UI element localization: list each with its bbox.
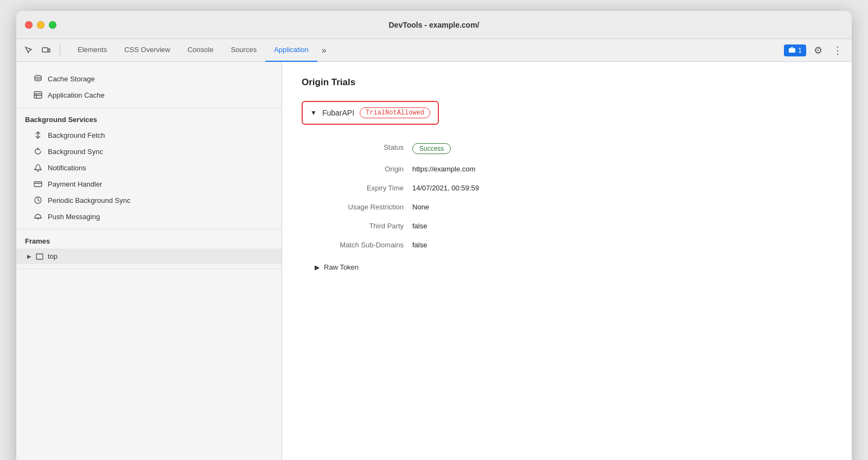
frames-section: Frames ▶ top bbox=[16, 229, 282, 269]
traffic-lights bbox=[25, 21, 56, 29]
minimize-button[interactable] bbox=[37, 21, 44, 29]
svg-rect-9 bbox=[34, 182, 42, 187]
expiry-time-label: Expiry Time bbox=[315, 178, 412, 197]
sidebar-item-top[interactable]: ▶ top bbox=[16, 248, 282, 264]
background-fetch-icon bbox=[34, 131, 42, 139]
svg-point-13 bbox=[37, 219, 39, 220]
match-sub-domains-value: false bbox=[412, 235, 832, 254]
push-messaging-icon bbox=[34, 212, 42, 221]
tab-sources[interactable]: Sources bbox=[222, 39, 265, 62]
cache-storage-icon bbox=[34, 74, 42, 83]
periodic-background-sync-label: Periodic Background Sync bbox=[48, 196, 130, 205]
storage-section: Cache Storage Application Cache bbox=[16, 66, 282, 108]
sidebar-item-payment-handler[interactable]: Payment Handler bbox=[16, 176, 282, 192]
notifications-icon bbox=[34, 163, 42, 172]
sidebar-item-push-messaging[interactable]: Push Messaging bbox=[16, 208, 282, 225]
status-label: Status bbox=[315, 138, 412, 159]
settings-icon[interactable]: ⚙ bbox=[810, 43, 826, 58]
status-value: Success bbox=[412, 138, 832, 159]
raw-token-expand-icon[interactable]: ▶ bbox=[315, 264, 320, 271]
tabs-container: Elements CSS Overview Console Sources Ap… bbox=[69, 39, 784, 62]
push-messaging-label: Push Messaging bbox=[48, 213, 100, 221]
frames-top-label: top bbox=[48, 252, 58, 260]
tab-more-button[interactable]: » bbox=[317, 39, 331, 62]
application-cache-icon bbox=[34, 91, 42, 99]
third-party-label: Third Party bbox=[315, 216, 412, 235]
toolbar-right: 1 ⚙ ⋮ bbox=[784, 43, 845, 58]
detail-panel: Origin Trials ▼ FubarAPI TrialNotAllowed… bbox=[282, 62, 852, 460]
window-title: DevTools - example.com/ bbox=[388, 21, 479, 29]
sidebar-item-application-cache[interactable]: Application Cache bbox=[16, 87, 282, 103]
sidebar-item-periodic-background-sync[interactable]: Periodic Background Sync bbox=[16, 192, 282, 208]
svg-rect-1 bbox=[48, 49, 50, 52]
maximize-button[interactable] bbox=[49, 21, 56, 29]
tab-elements[interactable]: Elements bbox=[69, 39, 116, 62]
sidebar-item-background-sync[interactable]: Background Sync bbox=[16, 143, 282, 159]
usage-restriction-label: Usage Restriction bbox=[315, 197, 412, 216]
panel-title: Origin Trials bbox=[302, 77, 832, 88]
cache-storage-label: Cache Storage bbox=[48, 75, 95, 83]
svg-point-3 bbox=[35, 75, 41, 78]
raw-token-row: ▶ Raw Token bbox=[302, 263, 832, 271]
main-content: Cache Storage Application Cache bbox=[16, 62, 852, 460]
usage-restriction-value: None bbox=[412, 197, 832, 216]
raw-token-label: Raw Token bbox=[324, 263, 359, 271]
success-badge: Success bbox=[412, 143, 451, 154]
tab-bar: Elements CSS Overview Console Sources Ap… bbox=[16, 39, 852, 62]
svg-rect-2 bbox=[789, 48, 795, 53]
third-party-value: false bbox=[412, 216, 832, 235]
device-toggle-icon[interactable] bbox=[40, 44, 52, 56]
inspect-icon[interactable] bbox=[23, 44, 35, 56]
more-options-icon[interactable]: ⋮ bbox=[830, 43, 845, 58]
background-sync-label: Background Sync bbox=[48, 148, 103, 156]
tab-console[interactable]: Console bbox=[179, 39, 222, 62]
origin-value: https://example.com bbox=[412, 159, 832, 178]
api-entry-expand-icon[interactable]: ▼ bbox=[310, 109, 317, 117]
frames-top-arrow-icon: ▶ bbox=[27, 253, 31, 259]
sidebar-item-cache-storage[interactable]: Cache Storage bbox=[16, 71, 282, 87]
devtools-window: DevTools - example.com/ Elements C bbox=[16, 11, 852, 460]
api-entry: ▼ FubarAPI TrialNotAllowed bbox=[302, 101, 439, 125]
sidebar-item-background-fetch[interactable]: Background Fetch bbox=[16, 127, 282, 143]
notifications-label: Notifications bbox=[48, 164, 86, 172]
detail-rows: Status Success Origin https://example.co… bbox=[302, 138, 832, 254]
background-sync-icon bbox=[34, 147, 42, 156]
sidebar-item-notifications[interactable]: Notifications bbox=[16, 159, 282, 176]
background-services-section: Background Services Background Fetch bbox=[16, 108, 282, 229]
notification-button[interactable]: 1 bbox=[784, 44, 806, 56]
application-cache-label: Application Cache bbox=[48, 91, 105, 99]
origin-label: Origin bbox=[315, 159, 412, 178]
tab-application[interactable]: Application bbox=[265, 39, 317, 62]
background-services-header: Background Services bbox=[16, 112, 282, 127]
frame-icon bbox=[36, 253, 43, 260]
svg-rect-0 bbox=[42, 48, 48, 52]
background-fetch-label: Background Fetch bbox=[48, 131, 105, 139]
payment-handler-label: Payment Handler bbox=[48, 180, 102, 188]
svg-rect-4 bbox=[34, 92, 42, 98]
trial-not-allowed-badge: TrialNotAllowed bbox=[360, 107, 430, 118]
svg-rect-14 bbox=[36, 254, 43, 259]
match-sub-domains-label: Match Sub-Domains bbox=[315, 235, 412, 254]
toolbar-left bbox=[23, 44, 62, 56]
close-button[interactable] bbox=[25, 21, 33, 29]
periodic-background-sync-icon bbox=[34, 196, 42, 205]
expiry-time-value: 14/07/2021, 00:59:59 bbox=[412, 178, 832, 197]
payment-handler-icon bbox=[34, 180, 42, 188]
sidebar: Cache Storage Application Cache bbox=[16, 62, 282, 460]
toolbar-divider bbox=[60, 45, 60, 56]
api-entry-name: FubarAPI bbox=[322, 108, 354, 117]
tab-css-overview[interactable]: CSS Overview bbox=[116, 39, 179, 62]
title-bar: DevTools - example.com/ bbox=[16, 11, 852, 39]
frames-header: Frames bbox=[16, 234, 282, 248]
